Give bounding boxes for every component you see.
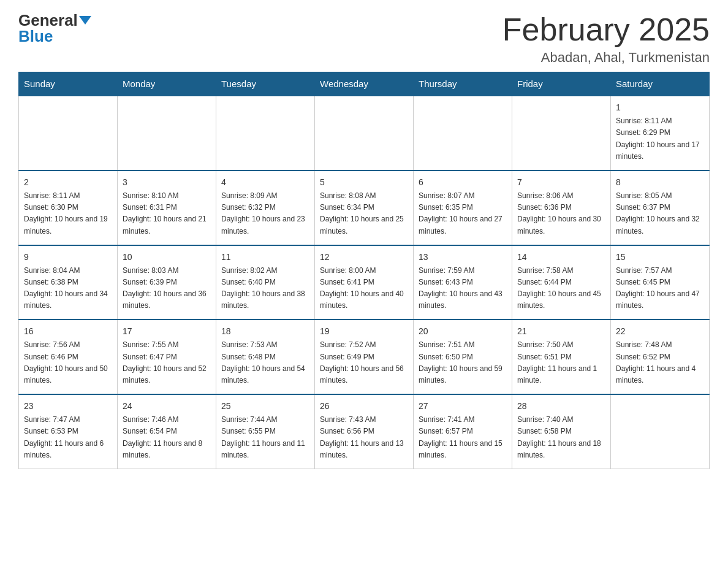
- calendar-cell: 5Sunrise: 8:08 AMSunset: 6:34 PMDaylight…: [315, 170, 414, 245]
- day-number: 15: [616, 251, 704, 264]
- day-info: Sunrise: 7:48 AMSunset: 6:52 PMDaylight:…: [616, 339, 704, 386]
- calendar-cell: 13Sunrise: 7:59 AMSunset: 6:43 PMDayligh…: [414, 245, 512, 320]
- calendar-cell: 2Sunrise: 8:11 AMSunset: 6:30 PMDaylight…: [19, 170, 118, 245]
- day-number: 4: [221, 176, 309, 189]
- calendar-cell: 20Sunrise: 7:51 AMSunset: 6:50 PMDayligh…: [414, 320, 512, 394]
- calendar-cell: 12Sunrise: 8:00 AMSunset: 6:41 PMDayligh…: [315, 245, 414, 320]
- calendar-week-row: 1Sunrise: 8:11 AMSunset: 6:29 PMDaylight…: [19, 96, 710, 170]
- day-number: 28: [517, 400, 605, 413]
- calendar-table: SundayMondayTuesdayWednesdayThursdayFrid…: [18, 72, 710, 469]
- logo-arrow-icon: [79, 16, 91, 25]
- day-number: 11: [221, 251, 309, 264]
- day-info: Sunrise: 7:53 AMSunset: 6:48 PMDaylight:…: [221, 339, 309, 386]
- logo-general: General: [18, 12, 78, 28]
- calendar-cell: 7Sunrise: 8:06 AMSunset: 6:36 PMDaylight…: [512, 170, 611, 245]
- calendar-cell: 9Sunrise: 8:04 AMSunset: 6:38 PMDaylight…: [19, 245, 118, 320]
- day-number: 23: [24, 400, 112, 413]
- calendar-cell: [611, 394, 710, 469]
- day-number: 1: [616, 101, 704, 114]
- day-info: Sunrise: 8:06 AMSunset: 6:36 PMDaylight:…: [517, 190, 605, 237]
- day-number: 6: [419, 176, 507, 189]
- day-number: 8: [616, 176, 704, 189]
- calendar-cell: [512, 96, 611, 170]
- calendar-week-row: 23Sunrise: 7:47 AMSunset: 6:53 PMDayligh…: [19, 394, 710, 469]
- day-info: Sunrise: 7:41 AMSunset: 6:57 PMDaylight:…: [419, 414, 507, 461]
- calendar-week-row: 9Sunrise: 8:04 AMSunset: 6:38 PMDaylight…: [19, 245, 710, 320]
- day-number: 18: [221, 325, 309, 338]
- calendar-cell: 24Sunrise: 7:46 AMSunset: 6:54 PMDayligh…: [118, 394, 216, 469]
- calendar-cell: 25Sunrise: 7:44 AMSunset: 6:55 PMDayligh…: [216, 394, 315, 469]
- day-number: 7: [517, 176, 605, 189]
- day-number: 3: [123, 176, 211, 189]
- calendar-cell: 15Sunrise: 7:57 AMSunset: 6:45 PMDayligh…: [611, 245, 710, 320]
- day-number: 26: [320, 400, 408, 413]
- day-info: Sunrise: 7:43 AMSunset: 6:56 PMDaylight:…: [320, 414, 408, 461]
- page-header: General Blue February 2025 Abadan, Ahal,…: [18, 12, 710, 66]
- day-info: Sunrise: 7:56 AMSunset: 6:46 PMDaylight:…: [24, 339, 112, 386]
- calendar-cell: 23Sunrise: 7:47 AMSunset: 6:53 PMDayligh…: [19, 394, 118, 469]
- day-number: 17: [123, 325, 211, 338]
- calendar-cell: [19, 96, 118, 170]
- calendar-cell: 28Sunrise: 7:40 AMSunset: 6:58 PMDayligh…: [512, 394, 611, 469]
- calendar-cell: 26Sunrise: 7:43 AMSunset: 6:56 PMDayligh…: [315, 394, 414, 469]
- day-number: 19: [320, 325, 408, 338]
- calendar-cell: 3Sunrise: 8:10 AMSunset: 6:31 PMDaylight…: [118, 170, 216, 245]
- day-number: 5: [320, 176, 408, 189]
- calendar-cell: 14Sunrise: 7:58 AMSunset: 6:44 PMDayligh…: [512, 245, 611, 320]
- day-info: Sunrise: 8:09 AMSunset: 6:32 PMDaylight:…: [221, 190, 309, 237]
- calendar-cell: 1Sunrise: 8:11 AMSunset: 6:29 PMDaylight…: [611, 96, 710, 170]
- calendar-cell: [216, 96, 315, 170]
- calendar-cell: 19Sunrise: 7:52 AMSunset: 6:49 PMDayligh…: [315, 320, 414, 394]
- day-number: 14: [517, 251, 605, 264]
- calendar-cell: 18Sunrise: 7:53 AMSunset: 6:48 PMDayligh…: [216, 320, 315, 394]
- day-info: Sunrise: 8:02 AMSunset: 6:40 PMDaylight:…: [221, 265, 309, 312]
- day-info: Sunrise: 7:57 AMSunset: 6:45 PMDaylight:…: [616, 265, 704, 312]
- calendar-cell: 21Sunrise: 7:50 AMSunset: 6:51 PMDayligh…: [512, 320, 611, 394]
- day-info: Sunrise: 8:03 AMSunset: 6:39 PMDaylight:…: [123, 265, 211, 312]
- calendar-cell: 17Sunrise: 7:55 AMSunset: 6:47 PMDayligh…: [118, 320, 216, 394]
- day-info: Sunrise: 7:51 AMSunset: 6:50 PMDaylight:…: [419, 339, 507, 386]
- day-info: Sunrise: 8:11 AMSunset: 6:29 PMDaylight:…: [616, 115, 704, 163]
- calendar-cell: 4Sunrise: 8:09 AMSunset: 6:32 PMDaylight…: [216, 170, 315, 245]
- day-of-week-header: Monday: [118, 72, 216, 96]
- day-of-week-header: Saturday: [611, 72, 710, 96]
- day-number: 27: [419, 400, 507, 413]
- day-info: Sunrise: 8:04 AMSunset: 6:38 PMDaylight:…: [24, 265, 112, 312]
- day-number: 22: [616, 325, 704, 338]
- calendar-subtitle: Abadan, Ahal, Turkmenistan: [502, 50, 710, 66]
- calendar-cell: 6Sunrise: 8:07 AMSunset: 6:35 PMDaylight…: [414, 170, 512, 245]
- day-info: Sunrise: 8:08 AMSunset: 6:34 PMDaylight:…: [320, 190, 408, 237]
- calendar-cell: 22Sunrise: 7:48 AMSunset: 6:52 PMDayligh…: [611, 320, 710, 394]
- day-info: Sunrise: 8:07 AMSunset: 6:35 PMDaylight:…: [419, 190, 507, 237]
- day-number: 16: [24, 325, 112, 338]
- title-block: February 2025 Abadan, Ahal, Turkmenistan: [502, 12, 710, 66]
- calendar-week-row: 2Sunrise: 8:11 AMSunset: 6:30 PMDaylight…: [19, 170, 710, 245]
- calendar-cell: [118, 96, 216, 170]
- calendar-header-row: SundayMondayTuesdayWednesdayThursdayFrid…: [19, 72, 710, 96]
- day-info: Sunrise: 8:10 AMSunset: 6:31 PMDaylight:…: [123, 190, 211, 237]
- calendar-cell: 11Sunrise: 8:02 AMSunset: 6:40 PMDayligh…: [216, 245, 315, 320]
- day-number: 21: [517, 325, 605, 338]
- day-of-week-header: Friday: [512, 72, 611, 96]
- day-info: Sunrise: 7:47 AMSunset: 6:53 PMDaylight:…: [24, 414, 112, 461]
- day-number: 2: [24, 176, 112, 189]
- calendar-title: February 2025: [502, 12, 710, 47]
- day-info: Sunrise: 7:58 AMSunset: 6:44 PMDaylight:…: [517, 265, 605, 312]
- day-number: 10: [123, 251, 211, 264]
- day-of-week-header: Sunday: [19, 72, 118, 96]
- calendar-cell: [315, 96, 414, 170]
- day-info: Sunrise: 7:55 AMSunset: 6:47 PMDaylight:…: [123, 339, 211, 386]
- day-info: Sunrise: 7:40 AMSunset: 6:58 PMDaylight:…: [517, 414, 605, 461]
- day-number: 13: [419, 251, 507, 264]
- day-number: 12: [320, 251, 408, 264]
- day-of-week-header: Tuesday: [216, 72, 315, 96]
- day-info: Sunrise: 8:11 AMSunset: 6:30 PMDaylight:…: [24, 190, 112, 237]
- calendar-cell: 8Sunrise: 8:05 AMSunset: 6:37 PMDaylight…: [611, 170, 710, 245]
- day-number: 24: [123, 400, 211, 413]
- calendar-cell: [414, 96, 512, 170]
- calendar-week-row: 16Sunrise: 7:56 AMSunset: 6:46 PMDayligh…: [19, 320, 710, 394]
- logo: General Blue: [18, 12, 91, 44]
- calendar-cell: 27Sunrise: 7:41 AMSunset: 6:57 PMDayligh…: [414, 394, 512, 469]
- calendar-cell: 16Sunrise: 7:56 AMSunset: 6:46 PMDayligh…: [19, 320, 118, 394]
- day-number: 25: [221, 400, 309, 413]
